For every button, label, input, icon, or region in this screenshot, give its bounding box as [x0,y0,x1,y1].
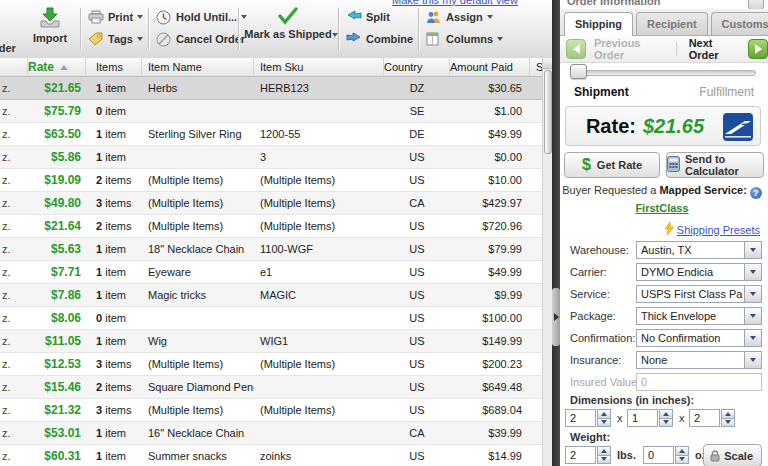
weight-lbs-stepper-value[interactable]: 2 [565,446,596,464]
mark-as-shipped-button[interactable]: Mark as Shipped [244,5,332,53]
split-button[interactable]: Split [346,8,390,26]
spinner-down-button[interactable] [721,418,735,428]
column-header-items[interactable]: Items [86,58,142,76]
weight-oz-stepper-value[interactable]: 0 [643,446,674,464]
table-row[interactable]: z.$7.861 itemMagic tricksMAGICUS$9.99 [0,284,542,307]
dimension-2-stepper-value[interactable]: 1 [627,409,658,427]
spinner-down-button[interactable] [675,455,689,465]
default-view-link[interactable]: Make this my default view [392,0,518,6]
tags-button[interactable]: Tags [88,30,143,48]
table-row[interactable]: z.$12.533 items(Multiple Items)(Multiple… [0,353,542,376]
select-dropdown-button[interactable] [744,308,761,324]
table-row[interactable]: z.$21.642 items(Multiple Items)(Multiple… [0,215,542,238]
spinner-up-button[interactable] [659,409,673,418]
table-row[interactable]: z.$19.092 items(Multiple Items)(Multiple… [0,169,542,192]
spinner-down-button[interactable] [659,418,673,428]
import-button[interactable]: Import [22,5,78,53]
dimension-2-stepper[interactable]: 1 [627,409,673,427]
cell-item-sku: zoinks [254,450,384,462]
table-row[interactable]: z.$53.011 item16" Necklace ChainCA$39.99 [0,422,542,445]
column-header-item-name[interactable]: Item Name [142,58,254,76]
table-row[interactable]: z.$7.711 itemEyewaree1US$49.99 [0,261,542,284]
divider-collapse-handle[interactable] [552,288,560,346]
cell-rate: $15.46 [28,380,86,394]
spinner-up-button[interactable] [597,409,611,418]
select-dropdown-button[interactable] [744,352,761,368]
previous-order-button[interactable] [566,39,586,59]
grid-scrollbar[interactable] [542,58,552,466]
scale-button[interactable]: Scale [703,444,762,466]
spinner-buttons [597,409,611,427]
scrollbar-thumb[interactable] [544,70,552,154]
tab-customs[interactable]: Customs [711,12,768,35]
spinner-up-button[interactable] [721,409,735,418]
select-dropdown-button[interactable] [744,330,761,346]
shipping-presets-link[interactable]: Shipping Presets [677,224,760,236]
spinner-down-button[interactable] [597,418,611,428]
table-row[interactable]: z.$5.631 item18" Necklace Chain1100-WGFU… [0,238,542,261]
tab-recipient[interactable]: Recipient [636,12,708,35]
send-to-calculator-button[interactable]: Send to Calculator [666,152,764,178]
table-row[interactable]: z.$75.790 itemSE$1.00 [0,100,542,123]
spinner-up-button[interactable] [597,446,611,455]
weight-lbs-stepper[interactable]: 2 [565,446,611,464]
combine-button[interactable]: Combine [346,30,413,48]
shipment-fulfillment-slider[interactable] [574,70,756,76]
column-header-item-sku[interactable]: Item Sku [254,58,384,76]
help-icon[interactable]: ? [750,187,762,199]
app-window: Make this my default view New Order Impo… [0,0,768,466]
get-rate-button[interactable]: $ Get Rate [564,152,660,178]
table-row[interactable]: z.$21.651 itemHerbsHERB123DZ$30.65 [0,77,542,100]
select-insurance[interactable]: None [636,351,762,369]
column-header-rate[interactable]: Rate [28,58,86,76]
firstclass-link[interactable]: FirstClass [560,202,764,214]
cell-item-name: Sterling Silver Ring [142,128,254,140]
select-dropdown-button[interactable] [744,264,761,280]
columns-button[interactable]: Columns [426,30,503,48]
select-dropdown-button[interactable] [744,286,761,302]
table-row[interactable]: z.$49.803 items(Multiple Items)(Multiple… [0,192,542,215]
table-row[interactable]: z.$11.051 itemWigWIG1US$149.99 [0,330,542,353]
assign-button[interactable]: Assign [426,8,493,26]
print-button[interactable]: Print [88,8,143,26]
chevron-down-icon [725,420,731,424]
spinner-down-button[interactable] [597,455,611,465]
select-warehouse[interactable]: Austin, TX [636,241,762,259]
select-confirmation[interactable]: No Confirmation [636,329,762,347]
select-package[interactable]: Thick Envelope [636,307,762,325]
table-row[interactable]: z.$15.462 itemsSquare Diamond PendantUS$… [0,376,542,399]
column-header-amount-paid[interactable]: Amount Paid [450,58,530,76]
dimensions-row: 212xx [565,409,765,429]
form-row-package: Package:Thick Envelope [570,306,762,328]
dimension-1-stepper[interactable]: 2 [565,409,611,427]
column-header-country[interactable]: Country [384,58,450,76]
column-header-sh[interactable]: Sh [530,58,542,76]
hold-until-button[interactable]: Hold Until... [156,8,247,26]
new-order-button[interactable]: New Order [0,5,16,53]
select-carrier[interactable]: DYMO Endicia [636,263,762,281]
cancel-order-button[interactable]: Cancel Order [156,30,245,48]
column-header-weight[interactable] [0,58,28,76]
panel-divider[interactable] [552,0,560,466]
column-label: Rate [28,60,54,74]
next-order-button[interactable] [748,39,768,59]
field-label-confirmation: Confirmation: [570,332,635,344]
next-order-label[interactable]: Next Order [689,37,740,61]
dimension-3-stepper[interactable]: 2 [689,409,735,427]
tab-shipping[interactable]: Shipping [564,12,633,36]
spinner-up-button[interactable] [675,446,689,455]
table-row[interactable]: z.$5.861 item3US$0.00 [0,146,542,169]
table-row[interactable]: z.$21.323 items(Multiple Items)(Multiple… [0,399,542,422]
select-service[interactable]: USPS First Class Packa [636,285,762,303]
dimension-1-stepper-value[interactable]: 2 [565,409,596,427]
insured-value-input[interactable]: 0 [636,373,762,391]
slider-handle[interactable] [570,64,587,79]
dimension-3-stepper-value[interactable]: 2 [689,409,720,427]
weight-oz-stepper[interactable]: 0 [643,446,689,464]
table-row[interactable]: z.$8.060 itemUS$100.00 [0,307,542,330]
shipping-presets[interactable]: Shipping Presets [665,222,760,237]
scrollbar-up-arrow[interactable] [543,58,552,69]
table-row[interactable]: z.$63.501 itemSterling Silver Ring1200-5… [0,123,542,146]
select-dropdown-button[interactable] [744,242,761,258]
table-row[interactable]: z.$60.311 itemSummer snackszoinksUS$14.9… [0,445,542,466]
